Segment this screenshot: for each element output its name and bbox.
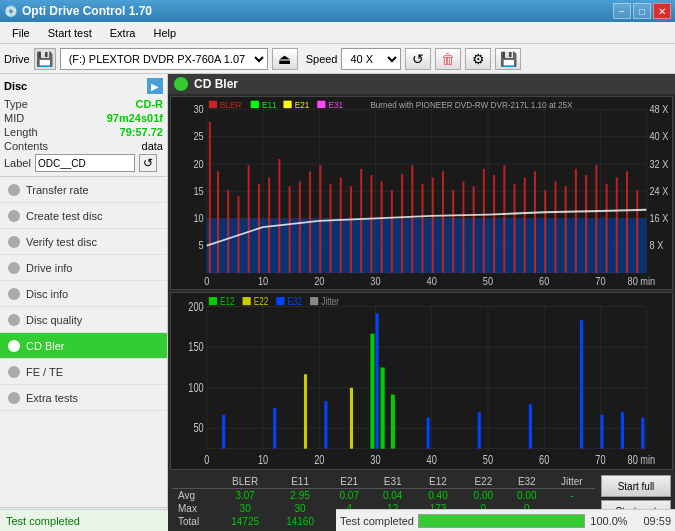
svg-text:50: 50: [483, 452, 493, 466]
start-full-button[interactable]: Start full: [601, 475, 671, 497]
svg-text:200: 200: [188, 299, 203, 313]
svg-text:16 X: 16 X: [650, 212, 669, 224]
bottom-status: Test completed: [0, 509, 168, 531]
svg-text:70: 70: [595, 275, 606, 287]
sidebar-item-cd-bler[interactable]: CD Bler: [0, 333, 167, 359]
svg-rect-133: [621, 412, 624, 449]
svg-rect-69: [514, 184, 516, 273]
eject-button[interactable]: ⏏: [272, 48, 298, 70]
svg-rect-77: [595, 165, 597, 273]
svg-rect-82: [209, 101, 217, 108]
length-value: 79:57.72: [120, 126, 163, 138]
speed-select[interactable]: 40 X 8 X 16 X 32 X 48 X: [341, 48, 401, 70]
svg-rect-41: [227, 190, 229, 273]
nav-label: Extra tests: [26, 392, 78, 404]
lower-chart-svg: 200 150 100 50 0 10 20 30 40 50 60: [171, 293, 672, 469]
nav-dot: [8, 210, 20, 222]
svg-rect-72: [544, 190, 546, 273]
menu-start-test[interactable]: Start test: [40, 25, 100, 41]
disc-arrow-button[interactable]: ▶: [147, 78, 163, 94]
nav-label: Drive info: [26, 262, 72, 274]
upper-chart: 30 25 20 15 10 5 48 X 40 X 32 X 24 X 16 …: [170, 96, 673, 290]
svg-rect-135: [209, 297, 217, 305]
sidebar-item-disc-quality[interactable]: Disc quality: [0, 307, 167, 333]
status-text: Test completed: [6, 515, 80, 527]
nav-dot: [8, 392, 20, 404]
lower-chart: 200 150 100 50 0 10 20 30 40 50 60: [170, 292, 673, 470]
svg-rect-51: [329, 184, 331, 273]
svg-text:60: 60: [539, 452, 549, 466]
svg-text:20: 20: [193, 158, 204, 170]
svg-text:32 X: 32 X: [650, 158, 669, 170]
label-refresh-button[interactable]: ↺: [139, 154, 157, 172]
sidebar-item-drive-info[interactable]: Drive info: [0, 255, 167, 281]
svg-rect-55: [370, 175, 372, 273]
svg-rect-66: [483, 169, 485, 273]
svg-rect-122: [304, 374, 307, 448]
svg-text:25: 25: [193, 131, 204, 143]
menubar: File Start test Extra Help: [0, 22, 675, 44]
titlebar-buttons: − □ ✕: [613, 3, 671, 19]
avg-e21: 0.07: [328, 489, 371, 503]
svg-rect-119: [370, 334, 374, 449]
svg-rect-52: [340, 178, 342, 273]
minimize-button[interactable]: −: [613, 3, 631, 19]
mid-value: 97m24s01f: [107, 112, 163, 124]
sidebar-item-verify-test-disc[interactable]: Verify test disc: [0, 229, 167, 255]
svg-rect-137: [243, 297, 251, 305]
stats-row-avg: Avg 3.07 2.95 0.07 0.04 0.40 0.00 0.00 -: [172, 489, 595, 503]
upper-chart-svg: 30 25 20 15 10 5 48 X 40 X 32 X 24 X 16 …: [171, 97, 672, 289]
progress-bar-inner: [419, 515, 584, 527]
svg-text:E11: E11: [262, 99, 277, 110]
svg-text:E12: E12: [220, 295, 235, 307]
clear-button[interactable]: 🗑: [435, 48, 461, 70]
label-input[interactable]: [35, 154, 135, 172]
svg-text:15: 15: [193, 185, 204, 197]
drive-select[interactable]: (F:) PLEXTOR DVDR PX-760A 1.07: [60, 48, 268, 70]
charts-container: 30 25 20 15 10 5 48 X 40 X 32 X 24 X 16 …: [168, 94, 675, 472]
nav-label: FE / TE: [26, 366, 63, 378]
menu-extra[interactable]: Extra: [102, 25, 144, 41]
svg-rect-121: [391, 395, 395, 449]
app-title: Opti Drive Control 1.70: [22, 4, 152, 18]
menu-file[interactable]: File: [4, 25, 38, 41]
sidebar-item-fe-te[interactable]: FE / TE: [0, 359, 167, 385]
avg-e12: 0.40: [414, 489, 461, 503]
svg-rect-58: [401, 174, 403, 273]
menu-help[interactable]: Help: [145, 25, 184, 41]
svg-text:30: 30: [193, 103, 204, 115]
refresh-button[interactable]: ↺: [405, 48, 431, 70]
svg-rect-48: [299, 181, 301, 273]
svg-text:10: 10: [258, 275, 269, 287]
sidebar-item-transfer-rate[interactable]: Transfer rate: [0, 177, 167, 203]
drive-icon: 💾: [34, 48, 56, 70]
sidebar-item-extra-tests[interactable]: Extra tests: [0, 385, 167, 411]
nav-label: CD Bler: [26, 340, 65, 352]
max-e11: 30: [273, 502, 328, 515]
svg-text:80 min: 80 min: [628, 452, 656, 466]
max-bler: 30: [218, 502, 273, 515]
col-e11: E11: [273, 475, 328, 489]
svg-rect-75: [575, 169, 577, 273]
avg-bler: 3.07: [218, 489, 273, 503]
svg-text:30: 30: [370, 275, 381, 287]
svg-rect-62: [442, 171, 444, 273]
svg-text:40: 40: [427, 275, 438, 287]
save-button[interactable]: 💾: [495, 48, 521, 70]
progress-label: Test completed: [340, 515, 414, 527]
svg-rect-127: [375, 313, 378, 448]
titlebar: 💿 Opti Drive Control 1.70 − □ ✕: [0, 0, 675, 22]
col-empty: [172, 475, 218, 489]
settings-button[interactable]: ⚙: [465, 48, 491, 70]
nav-label: Transfer rate: [26, 184, 89, 196]
svg-text:E22: E22: [254, 295, 269, 307]
close-button[interactable]: ✕: [653, 3, 671, 19]
maximize-button[interactable]: □: [633, 3, 651, 19]
svg-text:20: 20: [314, 275, 325, 287]
avg-e22: 0.00: [462, 489, 505, 503]
sidebar-item-create-test-disc[interactable]: Create test disc: [0, 203, 167, 229]
svg-rect-129: [478, 412, 481, 449]
svg-rect-54: [360, 169, 362, 273]
sidebar-item-disc-info[interactable]: Disc info: [0, 281, 167, 307]
svg-rect-43: [248, 165, 250, 273]
